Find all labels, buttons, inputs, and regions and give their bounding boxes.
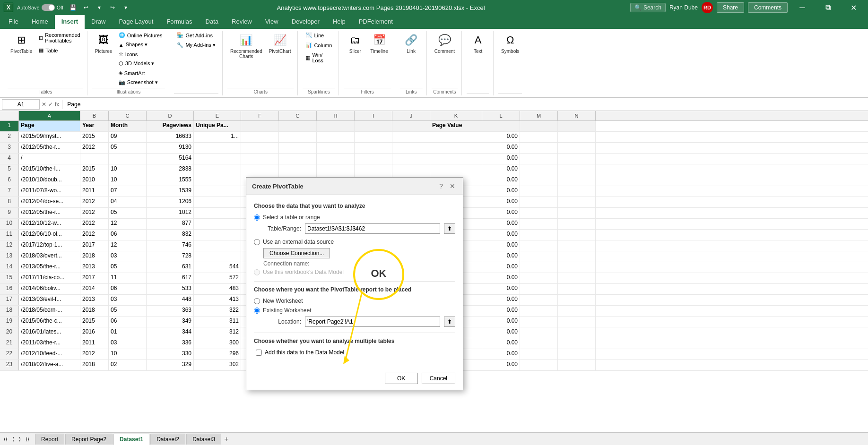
cell-k4[interactable] — [430, 154, 482, 164]
close-button[interactable]: ✕ — [842, 0, 864, 15]
cell-g2[interactable] — [279, 132, 317, 142]
cell-m20[interactable] — [520, 327, 558, 338]
cell-c17[interactable]: 03 — [109, 295, 147, 305]
cell-e3[interactable] — [194, 143, 241, 153]
cell-a4[interactable]: / — [19, 154, 80, 164]
cell-l14[interactable]: 0.00 — [482, 262, 520, 273]
tab-home[interactable]: Home — [25, 15, 55, 29]
cell-b4[interactable] — [80, 154, 109, 164]
line-sparkline-button[interactable]: 📉 Line — [303, 31, 335, 40]
cell-d14[interactable]: 631 — [147, 262, 194, 273]
cell-c22[interactable]: 10 — [109, 349, 147, 359]
cell-j5[interactable] — [392, 164, 430, 175]
cell-n5[interactable] — [558, 164, 596, 175]
cell-f3[interactable] — [241, 143, 279, 153]
cell-m9[interactable] — [520, 208, 558, 218]
col-header-n[interactable]: N — [558, 111, 596, 120]
cell-m7[interactable] — [520, 186, 558, 197]
cell-d3[interactable]: 9130 — [147, 143, 194, 153]
cell-l11[interactable]: 0.00 — [482, 230, 520, 240]
cell-g1[interactable] — [279, 121, 317, 131]
cell-a2[interactable]: /2015/09/myst... — [19, 132, 80, 142]
cell-e8[interactable] — [194, 197, 241, 207]
cell-c20[interactable]: 01 — [109, 327, 147, 338]
cell-l16[interactable]: 0.00 — [482, 284, 520, 294]
col-header-a[interactable]: A — [19, 111, 80, 120]
tab-review[interactable]: Review — [225, 15, 259, 29]
search-box[interactable]: 🔍 Search — [630, 3, 666, 12]
cell-m12[interactable] — [520, 240, 558, 251]
column-sparkline-button[interactable]: 📊 Column — [303, 41, 335, 50]
first-sheet-button[interactable]: ⟨⟨ — [2, 436, 9, 443]
cell-n20[interactable] — [558, 327, 596, 338]
cell-n4[interactable] — [558, 154, 596, 164]
cell-e14[interactable]: 544 — [194, 262, 241, 273]
cell-c18[interactable]: 05 — [109, 306, 147, 316]
cell-h4[interactable] — [317, 154, 355, 164]
cell-m5[interactable] — [520, 164, 558, 175]
cell-e7[interactable] — [194, 186, 241, 197]
cell-e5[interactable] — [194, 164, 241, 175]
cell-g4[interactable] — [279, 154, 317, 164]
sheet-tab-dataset3[interactable]: Dataset3 — [186, 434, 221, 445]
tab-data[interactable]: Data — [199, 15, 225, 29]
dialog-ok-button[interactable]: OK — [385, 373, 418, 384]
dialog-cancel-button[interactable]: Cancel — [422, 373, 455, 384]
screenshot-button[interactable]: 📷 Screenshot ▾ — [116, 78, 165, 87]
get-addins-button[interactable]: 🏪 Get Add-ins — [174, 31, 218, 40]
cell-b3[interactable]: 2012 — [80, 143, 109, 153]
cell-e13[interactable] — [194, 251, 241, 262]
confirm-formula-icon[interactable]: ✓ — [48, 101, 53, 108]
cell-n9[interactable] — [558, 208, 596, 218]
cell-l17[interactable]: 0.00 — [482, 295, 520, 305]
cell-c11[interactable]: 06 — [109, 230, 147, 240]
cell-f5[interactable] — [241, 164, 279, 175]
cell-d17[interactable]: 448 — [147, 295, 194, 305]
cell-b16[interactable]: 2014 — [80, 284, 109, 294]
cell-m3[interactable] — [520, 143, 558, 153]
cell-j1[interactable] — [392, 121, 430, 131]
cell-i5[interactable] — [355, 164, 392, 175]
last-sheet-button[interactable]: ⟩⟩ — [24, 436, 31, 443]
cell-n6[interactable] — [558, 175, 596, 186]
cell-e6[interactable] — [194, 175, 241, 186]
cell-n14[interactable] — [558, 262, 596, 273]
add-sheet-button[interactable]: + — [224, 435, 228, 444]
cell-e17[interactable]: 413 — [194, 295, 241, 305]
slicer-button[interactable]: 🗂 Slicer — [344, 31, 366, 56]
cell-d1[interactable]: Pageviews — [147, 121, 194, 131]
cell-d16[interactable]: 533 — [147, 284, 194, 294]
cell-f4[interactable] — [241, 154, 279, 164]
cell-e4[interactable] — [194, 154, 241, 164]
col-header-m[interactable]: M — [520, 111, 558, 120]
restore-button[interactable]: ⧉ — [817, 0, 839, 15]
cell-c23[interactable]: 02 — [109, 360, 147, 370]
cell-e16[interactable]: 483 — [194, 284, 241, 294]
cell-k2[interactable] — [430, 132, 482, 142]
location-input[interactable] — [305, 317, 440, 327]
next-sheet-button[interactable]: ⟩ — [17, 436, 23, 443]
cell-l4[interactable]: 0.00 — [482, 154, 520, 164]
cell-b10[interactable]: 2012 — [80, 219, 109, 229]
cell-b12[interactable]: 2017 — [80, 240, 109, 251]
tab-help[interactable]: Help — [326, 15, 352, 29]
cell-m14[interactable] — [520, 262, 558, 273]
cell-e23[interactable]: 302 — [194, 360, 241, 370]
cell-b8[interactable]: 2012 — [80, 197, 109, 207]
cell-a9[interactable]: /2012/05/the-r... — [19, 208, 80, 218]
cell-k3[interactable] — [430, 143, 482, 153]
cell-e11[interactable] — [194, 230, 241, 240]
tab-pdfelement[interactable]: PDFelement — [352, 15, 399, 29]
cell-d10[interactable]: 877 — [147, 219, 194, 229]
win-loss-sparkline-button[interactable]: ▦ Win/Loss — [303, 51, 335, 65]
cell-d8[interactable]: 1206 — [147, 197, 194, 207]
cell-b21[interactable]: 2011 — [80, 338, 109, 349]
cell-n17[interactable] — [558, 295, 596, 305]
comments-button[interactable]: Comments — [748, 2, 788, 13]
cell-b14[interactable]: 2013 — [80, 262, 109, 273]
cell-n7[interactable] — [558, 186, 596, 197]
cell-f2[interactable] — [241, 132, 279, 142]
cell-c5[interactable]: 10 — [109, 164, 147, 175]
cell-b2[interactable]: 2015 — [80, 132, 109, 142]
sheet-tab-report[interactable]: Report — [35, 434, 64, 445]
